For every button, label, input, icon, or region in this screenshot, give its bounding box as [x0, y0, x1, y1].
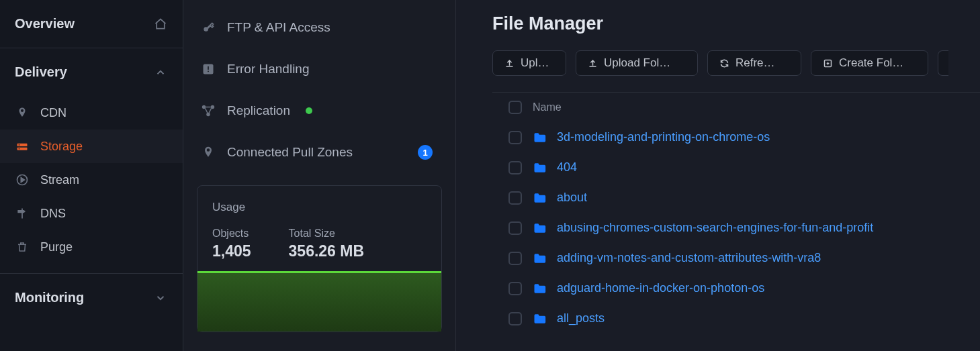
- usage-size-value: 356.26 MB: [289, 242, 365, 260]
- table-row: abusing-chromes-custom-search-engines-fo…: [492, 213, 980, 243]
- button-label: Upload Fol…: [604, 56, 670, 70]
- file-name-link[interactable]: adguard-home-in-docker-on-photon-os: [557, 281, 764, 295]
- svg-rect-5: [21, 209, 23, 219]
- usage-size-stat: Total Size 356.26 MB: [289, 228, 365, 260]
- upload-button[interactable]: Uplo…: [492, 50, 566, 76]
- sec-item-label: Error Handling: [227, 62, 310, 77]
- file-table: Name 3d-modeling-and-printing-on-chrome-…: [492, 92, 980, 334]
- refresh-button[interactable]: Refre…: [707, 50, 801, 76]
- usage-size-label: Total Size: [289, 228, 365, 240]
- chevron-up-icon: [153, 65, 168, 80]
- network-icon: [201, 103, 216, 118]
- sec-item-ftp-api[interactable]: FTP & API Access: [183, 7, 455, 48]
- row-checkbox[interactable]: [508, 191, 522, 205]
- row-checkbox[interactable]: [508, 252, 522, 265]
- upload-folder-button[interactable]: Upload Fol…: [576, 50, 698, 76]
- sec-item-label: Replication: [227, 103, 290, 118]
- secondary-sidebar: FTP & API Access Error Handling Replicat…: [183, 0, 456, 351]
- overflow-button[interactable]: [938, 50, 948, 76]
- sec-item-error-handling[interactable]: Error Handling: [183, 48, 455, 90]
- sec-item-replication[interactable]: Replication: [183, 90, 455, 132]
- nav-item-label: Storage: [40, 140, 83, 154]
- plus-square-icon: [822, 58, 833, 68]
- row-checkbox[interactable]: [508, 282, 522, 295]
- nav-item-cdn[interactable]: CDN: [0, 96, 183, 130]
- alert-square-icon: [201, 62, 216, 77]
- storage-icon: [15, 139, 30, 154]
- key-icon: [201, 20, 216, 35]
- folder-icon: [533, 312, 546, 325]
- table-row: adding-vm-notes-and-custom-attributes-wi…: [492, 243, 980, 273]
- upload-folder-icon: [587, 58, 598, 68]
- nav-item-label: CDN: [40, 106, 66, 120]
- button-label: Uplo…: [521, 56, 555, 70]
- file-name-link[interactable]: adding-vm-notes-and-custom-attributes-wi…: [557, 251, 821, 265]
- nav-item-purge[interactable]: Purge: [0, 230, 183, 264]
- row-checkbox[interactable]: [508, 312, 522, 325]
- select-all-checkbox[interactable]: [508, 101, 522, 114]
- table-row: 3d-modeling-and-printing-on-chrome-os: [492, 122, 980, 152]
- svg-point-12: [206, 113, 210, 117]
- file-name-link[interactable]: abusing-chromes-custom-search-engines-fo…: [557, 221, 873, 235]
- button-label: Refre…: [736, 56, 775, 70]
- row-checkbox[interactable]: [508, 131, 522, 144]
- file-name-link[interactable]: all_posts: [557, 311, 605, 325]
- svg-rect-8: [208, 66, 209, 70]
- table-header-row: Name: [492, 93, 980, 122]
- table-row: 404: [492, 152, 980, 183]
- sec-item-pull-zones[interactable]: Connected Pull Zones 1: [183, 132, 455, 173]
- nav-item-label: Stream: [40, 173, 79, 187]
- nav-item-label: DNS: [40, 207, 66, 221]
- count-badge: 1: [418, 145, 433, 160]
- nav-monitoring-label: Monitoring: [15, 290, 84, 305]
- button-label: Create Fol…: [839, 56, 903, 70]
- file-name-link[interactable]: 404: [557, 160, 577, 174]
- toolbar: Uplo… Upload Fol… Refre… Create Fol…: [492, 50, 980, 76]
- nav-section-overview[interactable]: Overview: [0, 0, 183, 48]
- usage-chart: [197, 271, 441, 332]
- nav-item-storage[interactable]: Storage: [0, 130, 183, 163]
- upload-icon: [504, 58, 515, 68]
- nav-item-stream[interactable]: Stream: [0, 163, 183, 197]
- table-row: about: [492, 183, 980, 213]
- status-dot-icon: [306, 107, 312, 114]
- refresh-icon: [719, 58, 729, 68]
- pin-icon: [15, 105, 30, 120]
- folder-icon: [533, 221, 546, 235]
- nav-item-dns[interactable]: DNS: [0, 197, 183, 230]
- nav-section-delivery[interactable]: Delivery: [0, 48, 183, 96]
- svg-rect-9: [208, 71, 209, 72]
- folder-icon: [533, 161, 546, 174]
- chevron-down-icon: [153, 291, 168, 305]
- nav-overview-label: Overview: [15, 16, 75, 32]
- nav-section-monitoring[interactable]: Monitoring: [0, 273, 183, 321]
- play-circle-icon: [15, 172, 30, 187]
- page-title: File Manager: [492, 13, 980, 34]
- nav-sidebar: Overview Delivery CDN Storage Stream: [0, 0, 183, 351]
- usage-objects-value: 1,405: [212, 242, 251, 260]
- file-name-link[interactable]: about: [557, 191, 587, 205]
- file-name-link[interactable]: 3d-modeling-and-printing-on-chrome-os: [557, 130, 770, 144]
- usage-objects-stat: Objects 1,405: [212, 228, 251, 260]
- main-content: File Manager Uplo… Upload Fol… Refre… Cr…: [456, 0, 980, 351]
- pin-icon: [201, 145, 216, 160]
- folder-icon: [533, 252, 546, 265]
- usage-title: Usage: [212, 201, 427, 214]
- folder-icon: [533, 191, 546, 205]
- folder-icon: [533, 131, 546, 144]
- home-icon: [153, 17, 168, 32]
- row-checkbox[interactable]: [508, 161, 522, 174]
- svg-point-3: [19, 148, 20, 150]
- create-folder-button[interactable]: Create Fol…: [811, 50, 928, 76]
- folder-icon: [533, 282, 546, 295]
- table-row: all_posts: [492, 303, 980, 334]
- nav-delivery-label: Delivery: [15, 64, 67, 80]
- row-checkbox[interactable]: [508, 221, 522, 235]
- nav-item-label: Purge: [40, 240, 73, 254]
- svg-point-2: [19, 144, 20, 146]
- sec-item-label: Connected Pull Zones: [227, 145, 353, 160]
- signpost-icon: [15, 206, 30, 221]
- table-row: adguard-home-in-docker-on-photon-os: [492, 273, 980, 303]
- column-header-name: Name: [533, 101, 562, 113]
- trash-icon: [15, 240, 30, 254]
